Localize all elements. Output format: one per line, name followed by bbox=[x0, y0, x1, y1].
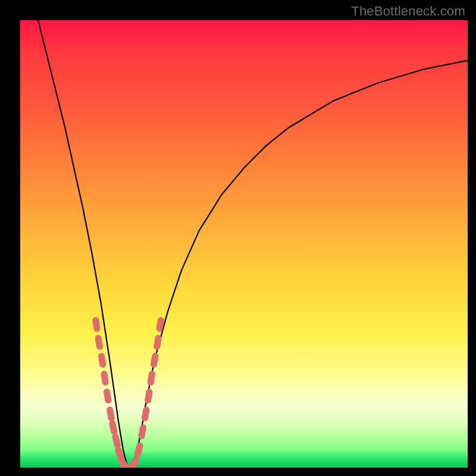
sample-marker bbox=[133, 459, 136, 467]
sample-marker bbox=[104, 374, 105, 383]
sample-marker bbox=[159, 320, 161, 328]
watermark-text: TheBottleneck.com bbox=[351, 4, 465, 19]
sample-marker bbox=[151, 374, 152, 383]
sample-marker bbox=[115, 437, 117, 445]
sample-marker bbox=[107, 392, 108, 400]
sample-marker bbox=[138, 446, 140, 454]
sample-marker bbox=[142, 428, 143, 436]
sample-marker bbox=[110, 410, 112, 418]
marker-group bbox=[96, 320, 161, 468]
bottleneck-curve bbox=[38, 20, 468, 468]
sample-marker bbox=[96, 320, 97, 328]
sample-marker bbox=[148, 392, 149, 400]
chart-frame: TheBottleneck.com bbox=[0, 0, 476, 476]
sample-marker bbox=[102, 356, 103, 365]
sample-marker bbox=[145, 410, 146, 418]
sample-marker bbox=[112, 424, 114, 432]
sample-marker bbox=[157, 339, 158, 347]
sample-marker bbox=[98, 339, 99, 347]
sample-marker bbox=[154, 356, 155, 365]
plot-area bbox=[20, 20, 468, 468]
curve-layer bbox=[20, 20, 468, 468]
